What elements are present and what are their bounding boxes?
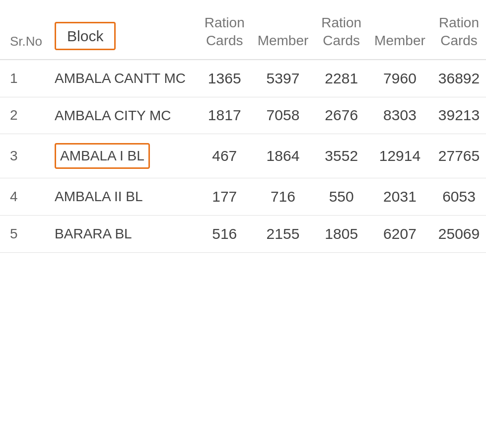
cell-block: BARARA BL: [50, 215, 198, 252]
cell-col1: 516: [198, 215, 251, 252]
table-row: 3AMBALA I BL467186435521291427765: [0, 134, 486, 178]
cell-col1: 177: [198, 178, 251, 216]
cell-col4: 8303: [368, 97, 432, 134]
header-row: Sr.No Block Ration Cards Member Ration C…: [0, 5, 486, 60]
data-table: Sr.No Block Ration Cards Member Ration C…: [0, 5, 486, 253]
cell-col4: 6207: [368, 215, 432, 252]
cell-col5: 39213: [432, 97, 486, 134]
cell-col4: 12914: [368, 134, 432, 178]
cell-col2: 716: [251, 178, 315, 216]
table-row: 4AMBALA II BL17771655020316053: [0, 178, 486, 216]
table-wrapper: Sr.No Block Ration Cards Member Ration C…: [0, 0, 486, 258]
cell-col2: 5397: [251, 60, 315, 97]
cell-srno: 1: [0, 60, 50, 97]
table-row: 2AMBALA CITY MC181770582676830339213: [0, 97, 486, 134]
cell-col1: 1365: [198, 60, 251, 97]
cell-col5: 36892: [432, 60, 486, 97]
table-row: 5BARARA BL51621551805620725069: [0, 215, 486, 252]
cell-srno: 2: [0, 97, 50, 134]
header-block: Block: [50, 5, 198, 60]
cell-col3: 2281: [315, 60, 368, 97]
cell-block: AMBALA II BL: [50, 178, 198, 216]
cell-col3: 2676: [315, 97, 368, 134]
cell-col4: 7960: [368, 60, 432, 97]
highlight-block-box: AMBALA I BL: [55, 143, 150, 169]
cell-col5: 25069: [432, 215, 486, 252]
header-srno: Sr.No: [0, 5, 50, 60]
block-header-box: Block: [55, 22, 116, 50]
cell-col3: 1805: [315, 215, 368, 252]
cell-srno: 4: [0, 178, 50, 216]
header-ration-cards-3: Ration Cards: [432, 5, 486, 60]
cell-col2: 7058: [251, 97, 315, 134]
cell-block: AMBALA CANTT MC: [50, 60, 198, 97]
header-member-1: Member: [251, 5, 315, 60]
cell-col1: 1817: [198, 97, 251, 134]
header-ration-cards-1: Ration Cards: [198, 5, 251, 60]
table-row: 1AMBALA CANTT MC136553972281796036892: [0, 60, 486, 97]
cell-srno: 3: [0, 134, 50, 178]
cell-col1: 467: [198, 134, 251, 178]
header-ration-cards-2: Ration Cards: [315, 5, 368, 60]
cell-col4: 2031: [368, 178, 432, 216]
cell-col3: 3552: [315, 134, 368, 178]
cell-col5: 27765: [432, 134, 486, 178]
cell-col2: 1864: [251, 134, 315, 178]
header-member-2: Member: [368, 5, 432, 60]
cell-srno: 5: [0, 215, 50, 252]
table-container: Sr.No Block Ration Cards Member Ration C…: [0, 0, 486, 258]
cell-col5: 6053: [432, 178, 486, 216]
table-body: 1AMBALA CANTT MC1365539722817960368922AM…: [0, 60, 486, 252]
cell-block: AMBALA I BL: [50, 134, 198, 178]
cell-block: AMBALA CITY MC: [50, 97, 198, 134]
cell-col2: 2155: [251, 215, 315, 252]
cell-col3: 550: [315, 178, 368, 216]
